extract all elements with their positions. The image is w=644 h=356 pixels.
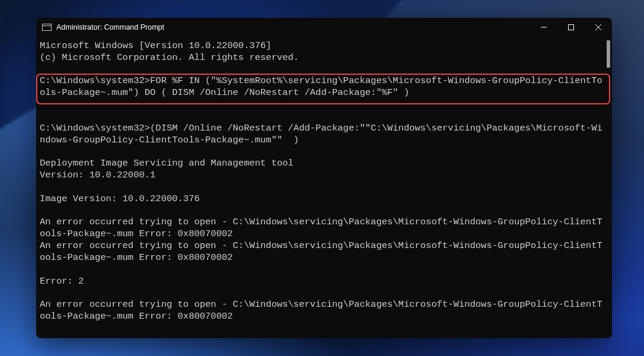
terminal-output[interactable]: Microsoft Windows [Version 10.0.22000.37… (36, 37, 612, 338)
cmd-window: Administrator: Command Prompt Microsoft … (36, 18, 612, 338)
window-title: Administrator: Command Prompt (56, 23, 164, 31)
scrollbar-thumb[interactable] (607, 40, 610, 68)
close-icon (595, 24, 601, 30)
maximize-button[interactable] (557, 18, 585, 37)
close-button[interactable] (585, 18, 612, 37)
titlebar[interactable]: Administrator: Command Prompt (36, 18, 612, 37)
maximize-icon (568, 24, 574, 30)
terminal-viewport: Microsoft Windows [Version 10.0.22000.37… (36, 37, 612, 338)
svg-rect-0 (569, 25, 574, 30)
minimize-button[interactable] (530, 18, 557, 37)
cmd-icon (42, 24, 52, 31)
minimize-icon (541, 24, 547, 30)
